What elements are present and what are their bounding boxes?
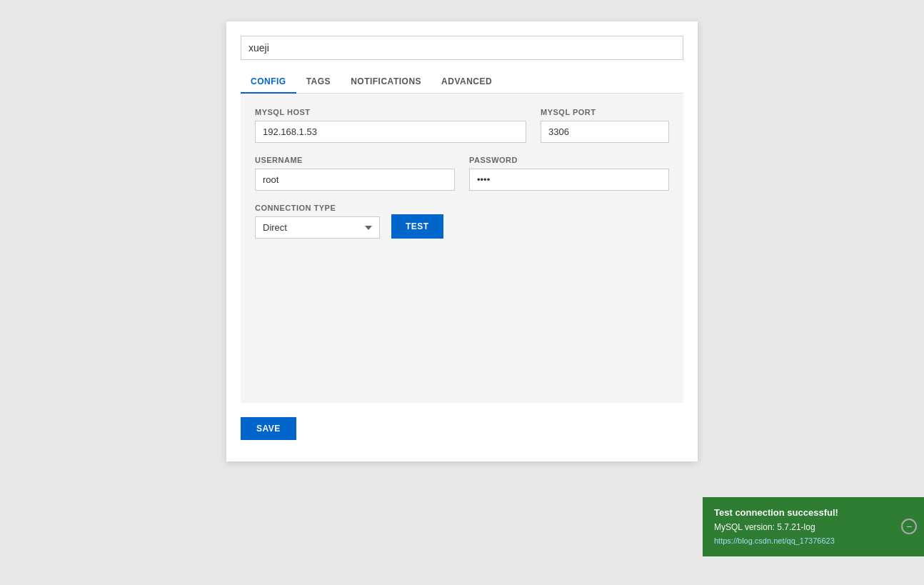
password-group: PASSWORD — [469, 156, 669, 191]
tab-advanced[interactable]: ADVANCED — [431, 71, 502, 94]
test-button[interactable]: TEST — [391, 214, 443, 239]
tab-config[interactable]: CONFIG — [241, 71, 296, 94]
mysql-host-group: MYSQL HOST — [255, 108, 526, 143]
tabs-bar: CONFIG TAGS NOTIFICATIONS ADVANCED — [241, 71, 683, 94]
username-input[interactable] — [255, 169, 455, 191]
close-icon[interactable]: − — [901, 519, 917, 534]
name-input-wrapper — [226, 21, 698, 60]
tab-notifications[interactable]: NOTIFICATIONS — [341, 71, 431, 94]
datasource-name-input[interactable] — [241, 36, 683, 60]
form-section: MYSQL HOST MYSQL PORT USERNAME PASSWORD — [241, 94, 683, 403]
connection-type-row: CONNECTION TYPE Direct SSH SSL TEST — [255, 204, 669, 239]
connection-type-label: CONNECTION TYPE — [255, 204, 380, 212]
password-input[interactable] — [469, 169, 669, 191]
config-card: CONFIG TAGS NOTIFICATIONS ADVANCED MYSQL… — [226, 21, 698, 461]
password-label: PASSWORD — [469, 156, 669, 164]
form-empty-space — [255, 246, 669, 389]
connection-type-select[interactable]: Direct SSH SSL — [255, 216, 380, 239]
toast-title: Test connection successful! — [714, 506, 913, 521]
toast-notification: Test connection successful! MySQL versio… — [703, 497, 924, 556]
username-group: USERNAME — [255, 156, 455, 191]
tab-tags[interactable]: TAGS — [296, 71, 341, 94]
mysql-host-label: MYSQL HOST — [255, 108, 526, 116]
username-label: USERNAME — [255, 156, 455, 164]
mysql-port-group: MYSQL PORT — [541, 108, 669, 143]
toast-message: MySQL version: 5.7.21-log — [714, 521, 913, 534]
page-container: CONFIG TAGS NOTIFICATIONS ADVANCED MYSQL… — [0, 0, 924, 476]
save-button[interactable]: SAVE — [241, 417, 296, 440]
username-password-row: USERNAME PASSWORD — [255, 156, 669, 191]
toast-link[interactable]: https://blog.csdn.net/qq_17376623 — [714, 536, 835, 545]
mysql-port-input[interactable] — [541, 121, 669, 143]
connection-type-group: CONNECTION TYPE Direct SSH SSL — [255, 204, 380, 239]
host-port-row: MYSQL HOST MYSQL PORT — [255, 108, 669, 143]
mysql-host-input[interactable] — [255, 121, 526, 143]
mysql-port-label: MYSQL PORT — [541, 108, 669, 116]
